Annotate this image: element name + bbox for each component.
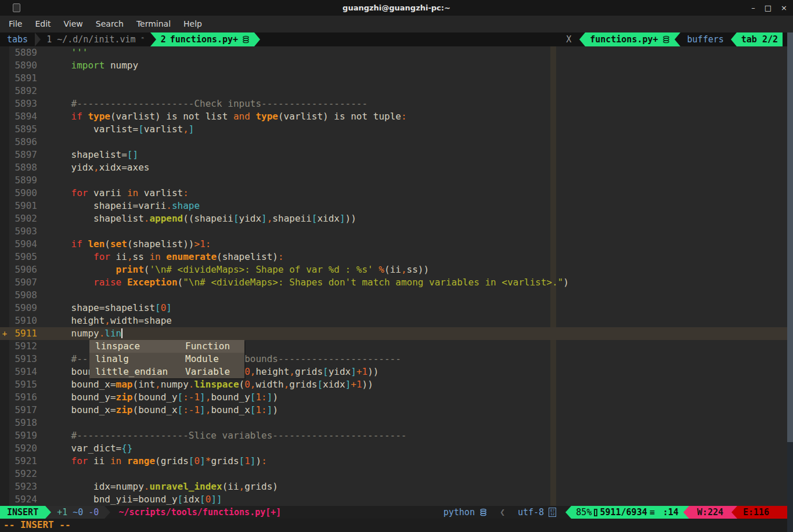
line-number: 5907 [9,276,37,289]
gutter-sign [0,276,9,289]
code-text: raise Exception("\n# <divideMaps>: Shape… [49,276,569,289]
code-line[interactable]: 5890 import numpy [0,59,793,72]
scrollbar[interactable] [787,32,793,532]
code-text: numpy.lin [49,327,122,340]
tab-indicator: tab 2/2 [737,32,783,46]
separator-arrow [104,506,110,519]
menu-file[interactable]: File [2,16,28,32]
code-text: varlist=[varlist,] [49,123,194,136]
maximize-button[interactable]: □ [765,0,772,16]
code-text: if len(set(shapelist))>1: [49,238,211,251]
gutter-sign [0,238,9,251]
code-text: #--------------------Slice variables----… [49,429,407,442]
code-line[interactable]: 5895 varlist=[varlist,] [0,123,793,136]
separator-arrow [731,32,737,46]
scrollbar-thumb[interactable] [787,32,793,442]
line-number: 5904 [9,238,37,251]
gutter-sign [0,455,9,468]
code-text: for varii in varlist: [49,187,189,200]
code-line[interactable]: 5901 shapeii=varii.shape [0,200,793,212]
tab-2-functions-py[interactable]: 2functions.py+ [156,32,254,46]
tabs-label: tabs [0,32,35,46]
code-line[interactable]: 5907 raise Exception("\n# <divideMaps>: … [0,276,793,289]
code-line[interactable]: 5898 yidx,xidx=axes [0,161,793,174]
separator-arrow [579,32,585,46]
lines-icon: ≡ [650,506,655,519]
code-line[interactable]: 5923 idx=numpy.unravel_index(ii,grids) [0,480,793,493]
code-line[interactable]: 5915 bound_x=map(int,numpy.linspace(0,wi… [0,378,793,391]
scroll-percent: 85% [576,506,592,519]
gutter-sign [0,404,9,417]
line-number: 5901 [9,200,37,212]
line-number: 5921 [9,455,37,468]
line-number: 5915 [9,378,37,391]
gutter-sign [0,251,9,263]
code-line[interactable]: 5893 #---------------------Check inputs-… [0,97,793,110]
code-line[interactable]: 5916 bound_y=zip(bound_y[:-1],bound_y[1:… [0,391,793,404]
menu-view[interactable]: View [57,16,89,32]
line-number: 5917 [9,404,37,417]
code-line[interactable]: 5903 [0,225,793,238]
code-line[interactable]: +5911 numpy.lin [0,327,793,340]
code-line[interactable]: 5908 [0,289,793,302]
gutter-sign [0,225,9,238]
code-line[interactable]: 5924 bnd_yii=bound_y[idx[0]] [0,493,793,506]
code-line[interactable]: 5910 height,width=shape [0,314,793,327]
line-number: 5897 [9,149,37,161]
code-line[interactable]: 5900 for varii in varlist: [0,187,793,200]
line-number: 5920 [9,442,37,455]
separator-arrow [731,506,737,519]
completion-popup: linspaceFunctionlinalgModulelittle_endia… [89,340,244,378]
menubar: FileEditViewSearchTerminalHelp [0,16,793,32]
current-buffer-name[interactable]: functions.py+ [585,32,674,46]
code-text: shape=shapelist[0] [49,302,172,314]
code-line[interactable]: 5892 [0,85,793,97]
gutter-sign [0,85,9,97]
code-line[interactable]: 5922 [0,468,793,480]
code-line[interactable]: 5919 #--------------------Slice variable… [0,429,793,442]
gutter-sign [0,378,9,391]
code-line[interactable]: 5889 ''' [0,46,793,59]
line-number: 5892 [9,85,37,97]
buffers-label: buffers [680,32,731,46]
tab-close-button[interactable]: X [558,32,579,46]
line-number: 5893 [9,97,37,110]
code-line[interactable]: 5891 [0,72,793,85]
completion-item[interactable]: linalgModule [89,353,244,365]
tab-1-init-vim[interactable]: 1 ~/.d/n/init.vim ᵐ [41,32,150,46]
gutter-sign [0,263,9,276]
code-line[interactable]: 5921 for ii in range(grids[0]*grids[1]): [0,455,793,468]
close-button[interactable]: × [781,0,787,16]
editor-area: 5889 '''5890 import numpy589158925893 #-… [0,46,793,506]
hunk-+: +1 [57,506,67,519]
code-text: var_dict={} [49,442,133,455]
minimize-button[interactable]: – [751,0,755,16]
code-line[interactable]: 5896 [0,136,793,149]
code-line[interactable]: 5899 [0,174,793,187]
code-line[interactable]: 5909 shape=shapelist[0] [0,302,793,314]
gutter-sign [0,136,9,149]
column-number: :14 [663,506,679,519]
code-line[interactable]: 5906 print('\n# <divideMaps>: Shape of v… [0,263,793,276]
completion-item[interactable]: linspaceFunction [89,340,244,353]
completion-item[interactable]: little_endianVariable [89,365,244,378]
gutter-sign [0,110,9,123]
window-count-glyph: ᵐ [141,36,145,42]
code-line[interactable]: 5902 shapelist.append((shapeii[yidx],sha… [0,212,793,225]
line-number: 5905 [9,251,37,263]
code-line[interactable]: 5904 if len(set(shapelist))>1: [0,238,793,251]
menu-terminal[interactable]: Terminal [130,16,177,32]
code-line[interactable]: 5897 shapelist=[] [0,149,793,161]
code-line[interactable]: 5905 for ii,ss in enumerate(shapelist): [0,251,793,263]
separator-arrow [254,32,260,46]
code-line[interactable]: 5918 [0,417,793,429]
menu-search[interactable]: Search [89,16,130,32]
code-line[interactable]: 5894 if type(varlist) is not list and ty… [0,110,793,123]
code-line[interactable]: 5920 var_dict={} [0,442,793,455]
cursor-position: 5911/6934 [600,506,647,519]
code-line[interactable]: 5917 bound_x=zip(bound_x[:-1],bound_x[1:… [0,404,793,417]
hunk--: -0 [88,506,99,519]
menu-help[interactable]: Help [177,16,208,32]
menu-edit[interactable]: Edit [28,16,57,32]
line-number: 5914 [9,365,37,378]
